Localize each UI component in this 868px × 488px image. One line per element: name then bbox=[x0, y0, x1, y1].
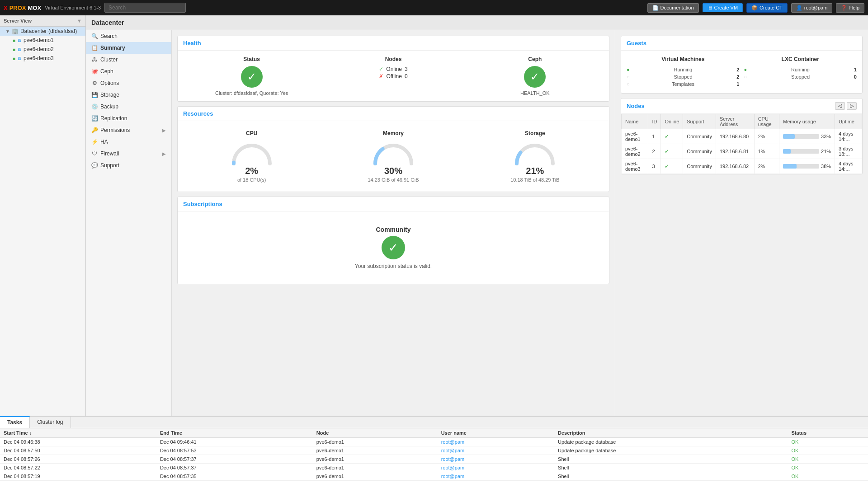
create-ct-icon: 📦 bbox=[751, 5, 758, 11]
nav-item-search[interactable]: 🔍 Search bbox=[86, 30, 171, 42]
lxc-running-dot: ● bbox=[744, 67, 747, 72]
tree-item-pve6-demo3[interactable]: ■ 🖥 pve6-demo3 bbox=[0, 54, 85, 63]
memory-pct: 30% bbox=[328, 166, 458, 176]
user-button[interactable]: 👤 root@pam bbox=[791, 3, 833, 13]
resources-card: Resources CPU 2% of 18 CPU(s) bbox=[177, 106, 609, 192]
subscription-status: Your subscription status is valid. bbox=[192, 263, 594, 269]
doc-icon: 📄 bbox=[652, 5, 659, 11]
nav-item-permissions[interactable]: 🔑 Permissions ▶ bbox=[86, 124, 171, 136]
documentation-button[interactable]: 📄 Documentation bbox=[647, 3, 699, 13]
task-status: OK bbox=[788, 472, 868, 481]
nodes-col-support: Support bbox=[683, 114, 716, 129]
guests-card: Guests Virtual Machines ● Running 2 bbox=[621, 36, 863, 94]
create-vm-button[interactable]: 🖥 Create VM bbox=[703, 3, 743, 12]
list-item[interactable]: Dec 04 08:57:50 Dec 04 08:57:53 pve6-dem… bbox=[0, 446, 868, 455]
node-support: Community bbox=[683, 159, 716, 174]
logo-x: X bbox=[4, 5, 8, 11]
nav-options-label: Options bbox=[100, 80, 119, 86]
node-cpu: 2% bbox=[754, 129, 779, 144]
nodes-col-cpu: CPU usage bbox=[754, 114, 779, 129]
vm-guests-title: Virtual Machines bbox=[627, 56, 740, 62]
tab-cluster-log[interactable]: Cluster log bbox=[30, 417, 71, 428]
nav-item-ceph[interactable]: 🐙 Ceph bbox=[86, 66, 171, 77]
task-node: pve6-demo1 bbox=[313, 438, 438, 446]
subscription-check-icon: ✓ bbox=[382, 236, 405, 259]
task-node: pve6-demo1 bbox=[313, 464, 438, 472]
list-item[interactable]: Dec 04 08:57:26 Dec 04 08:57:37 pve6-dem… bbox=[0, 455, 868, 464]
nodes-table-container: Name ID Online Support Server Address CP… bbox=[621, 114, 862, 174]
node-support: Community bbox=[683, 144, 716, 159]
summary-nav-icon: 📋 bbox=[91, 45, 98, 51]
lxc-running-label: Running bbox=[791, 67, 810, 72]
table-row[interactable]: pve6-demo1 1 ✓ Community 192.168.6.80 2%… bbox=[622, 129, 862, 144]
nav-storage-label: Storage bbox=[100, 92, 119, 98]
node-uptime: 3 days 18:... bbox=[835, 144, 862, 159]
online-check-icon: ✓ bbox=[665, 149, 669, 154]
online-check-icon: ✓ bbox=[665, 164, 669, 169]
storage-pct: 21% bbox=[470, 166, 600, 176]
tree-item-pve6-demo1[interactable]: ■ 🖥 pve6-demo1 bbox=[0, 36, 85, 45]
cpu-resource-col: CPU 2% of 18 CPU(s) bbox=[183, 127, 320, 186]
nav-item-firewall[interactable]: 🛡 Firewall ▶ bbox=[86, 148, 171, 160]
resources-grid: CPU 2% of 18 CPU(s) Memory bbox=[183, 127, 604, 186]
nodes-next-button[interactable]: ▷ bbox=[847, 102, 857, 110]
nav-item-storage[interactable]: 💾 Storage bbox=[86, 89, 171, 101]
vm-running-count: 2 bbox=[736, 67, 739, 72]
nav-item-summary[interactable]: 📋 Summary bbox=[86, 42, 171, 54]
health-ceph-col: Ceph ✓ HEALTH_OK bbox=[467, 56, 604, 96]
node-online: ✓ bbox=[661, 129, 683, 144]
firewall-arrow: ▶ bbox=[162, 151, 166, 156]
nodes-col-name: Name bbox=[622, 114, 648, 129]
nav-ha-label: HA bbox=[100, 139, 108, 145]
vm-templates-dot: ○ bbox=[627, 81, 630, 87]
right-panel: Guests Virtual Machines ● Running 2 bbox=[615, 30, 868, 416]
node2-label: pve6-demo2 bbox=[24, 46, 54, 52]
memory-pct-text: 33% bbox=[821, 134, 831, 139]
nodes-prev-button[interactable]: ◁ bbox=[835, 102, 845, 110]
nav-item-ha[interactable]: ⚡ HA bbox=[86, 136, 171, 148]
list-item[interactable]: Dec 04 08:57:19 Dec 04 08:57:35 pve6-dem… bbox=[0, 472, 868, 481]
lxc-guests-col: LXC Container ● Running 1 ○ Stopped 0 bbox=[744, 56, 857, 88]
table-row[interactable]: pve6-demo3 3 ✓ Community 192.168.6.82 2%… bbox=[622, 159, 862, 174]
vm-templates-row: ○ Templates 1 bbox=[627, 80, 740, 88]
cluster-nav-icon: 🖧 bbox=[91, 56, 98, 63]
vm-stopped-row: ○ Stopped 2 bbox=[627, 73, 740, 80]
tab-tasks[interactable]: Tasks bbox=[0, 416, 30, 428]
memory-progress-bar bbox=[783, 149, 819, 154]
node-address: 192.168.6.80 bbox=[716, 129, 754, 144]
create-ct-button[interactable]: 📦 Create CT bbox=[746, 3, 788, 13]
content-pane: Datacenter 🔍 Search 📋 Summary 🖧 Cluster bbox=[86, 15, 868, 416]
nodes-card-title-row: Nodes ◁ ▷ bbox=[621, 99, 862, 114]
table-row[interactable]: pve6-demo2 2 ✓ Community 192.168.6.81 1%… bbox=[622, 144, 862, 159]
online-check-icon: ✓ bbox=[665, 134, 669, 139]
guests-grid: Virtual Machines ● Running 2 ○ Stopped 2 bbox=[627, 56, 857, 88]
tree-arrow-datacenter: ▼ bbox=[5, 29, 10, 34]
nodes-card: Nodes ◁ ▷ Name ID Online bbox=[621, 98, 863, 174]
tasks-col-desc: Description bbox=[554, 428, 788, 438]
nav-item-support[interactable]: 💬 Support bbox=[86, 160, 171, 171]
task-user: root@pam bbox=[438, 455, 554, 464]
list-item[interactable]: Dec 04 08:57:22 Dec 04 08:57:37 pve6-dem… bbox=[0, 464, 868, 472]
node-id: 3 bbox=[648, 159, 661, 174]
tasks-col-start: Start Time ↓ bbox=[0, 428, 156, 438]
bottom-panel: Tasks Cluster log Start Time ↓ End Time … bbox=[0, 416, 868, 488]
tree-item-datacenter[interactable]: ▼ 🏢 Datacenter (dfdasfdsaf) bbox=[0, 27, 85, 36]
nav-item-cluster[interactable]: 🖧 Cluster bbox=[86, 54, 171, 66]
nav-item-replication[interactable]: 🔄 Replication bbox=[86, 113, 171, 124]
main-area: Server View ▼ ▼ 🏢 Datacenter (dfdasfdsaf… bbox=[0, 15, 868, 416]
list-item[interactable]: Dec 04 09:46:38 Dec 04 09:46:41 pve6-dem… bbox=[0, 438, 868, 446]
search-input[interactable] bbox=[104, 3, 186, 13]
subscription-type: Community bbox=[192, 226, 594, 233]
logo: X PROXMOX bbox=[4, 5, 41, 11]
node-support: Community bbox=[683, 129, 716, 144]
task-end: Dec 04 09:46:41 bbox=[156, 438, 313, 446]
tree-item-pve6-demo2[interactable]: ■ 🖥 pve6-demo2 bbox=[0, 45, 85, 54]
node-memory: 33% bbox=[779, 129, 835, 144]
node2-status-icon: ■ bbox=[13, 47, 15, 52]
nav-item-options[interactable]: ⚙ Options bbox=[86, 77, 171, 89]
nav-item-backup[interactable]: 💿 Backup bbox=[86, 101, 171, 113]
content-title: Datacenter bbox=[91, 19, 124, 26]
nodes-col-id: ID bbox=[648, 114, 661, 129]
task-status: OK bbox=[788, 455, 868, 464]
help-button[interactable]: ❓ Help bbox=[836, 3, 864, 13]
